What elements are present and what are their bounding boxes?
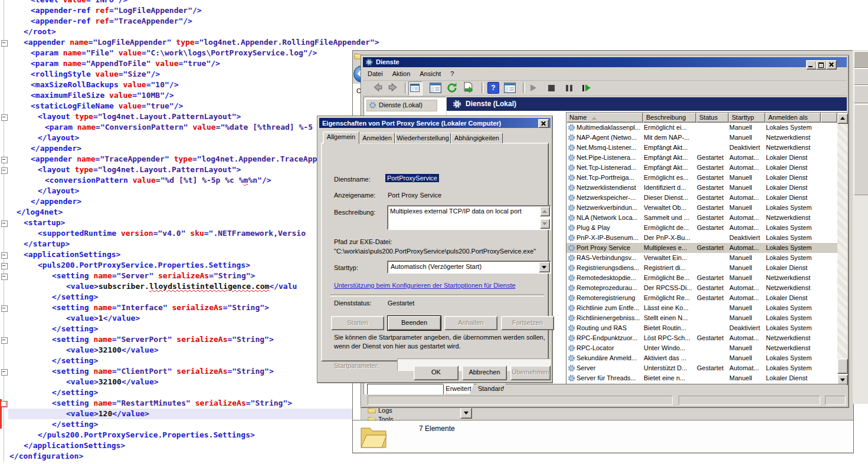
refresh-icon[interactable] <box>446 82 458 94</box>
column-header-beschreibung[interactable]: Beschreibung <box>643 113 696 123</box>
restart-service-icon[interactable] <box>582 85 584 91</box>
abbrechen-button[interactable]: Abbrechen <box>462 366 507 380</box>
column-header-name[interactable]: Name <box>566 113 643 123</box>
fold-marker-icon[interactable] <box>1 263 8 269</box>
service-row[interactable]: Net.Pipe-Listenera...Empfängt Akt...Gest… <box>566 153 837 163</box>
starten-button[interactable]: Starten <box>331 316 384 330</box>
fortsetzen-button[interactable]: Fortsetzen <box>501 316 554 330</box>
properties-icon[interactable] <box>430 82 441 94</box>
service-row[interactable]: RPC-LocatorUnter Windo...ManuellNetzwerk… <box>566 343 837 353</box>
fold-marker-icon[interactable] <box>1 221 8 227</box>
service-row[interactable]: RAS-Verbindungsv...Verwaltet Ein...Manue… <box>566 253 837 263</box>
service-row[interactable]: Netzwerkspeicher-...Dieser Dienst...Gest… <box>566 193 837 203</box>
column-header-status[interactable]: Status <box>696 113 729 123</box>
starttyp-combobox[interactable]: Automatisch (Verzögerter Start) <box>387 261 551 274</box>
ok-button[interactable]: OK <box>414 366 458 380</box>
dienstname-value[interactable]: PortProxyService <box>385 174 439 182</box>
scroll-up-button[interactable] <box>540 206 550 216</box>
service-logon-as: Lokales System <box>766 204 825 211</box>
service-row[interactable]: PnP-X-IP-Busenum...Der PnP-X-Bu...Deakti… <box>566 233 837 243</box>
start-service-icon[interactable] <box>530 84 536 91</box>
menu-item-aktion[interactable]: Aktion <box>388 68 415 77</box>
explorer-combo-dropdown[interactable] <box>460 407 472 419</box>
service-row[interactable]: Plug & PlayErmöglicht de...GestartetAuto… <box>566 223 837 233</box>
service-status: Gestartet <box>697 204 728 211</box>
service-description: Aktiviert das ... <box>644 354 695 361</box>
service-row[interactable]: NetzwerklistendienstIdentifiziert d...Ge… <box>566 183 837 193</box>
fold-marker-icon[interactable] <box>1 167 8 174</box>
close-icon[interactable] <box>538 119 549 128</box>
forward-icon[interactable] <box>388 82 398 93</box>
service-row[interactable]: Richtlinienergebniss...Stellt einen N...… <box>566 313 837 323</box>
fold-marker-icon[interactable] <box>1 40 8 47</box>
dialog-titlebar[interactable]: Eigenschaften von Port Proxy Service (Lo… <box>319 118 551 128</box>
view-tab-standard[interactable]: Standard <box>476 384 506 394</box>
fold-marker-icon[interactable] <box>1 369 8 376</box>
service-logon-as: Netzwerkdienst <box>766 334 825 341</box>
startoptionen-help-link[interactable]: Unterstützung beim Konfigurieren der Sta… <box>334 282 516 289</box>
service-logon-as: Lokales System <box>766 254 825 261</box>
export-list-icon[interactable] <box>463 82 474 94</box>
service-row[interactable]: ServerUnterstützt D...GestartetAutomat..… <box>566 363 837 373</box>
pause-service-icon[interactable] <box>566 85 572 91</box>
edge-segment <box>854 104 868 195</box>
beenden-button[interactable]: Beenden <box>388 316 441 330</box>
tab-anmelden[interactable]: Anmelden <box>359 133 395 143</box>
fold-marker-icon[interactable] <box>1 305 8 312</box>
scrollbar-thumb[interactable] <box>837 358 848 374</box>
menu-item-?[interactable]: ? <box>446 68 458 77</box>
service-row[interactable]: RPC-Endpunktzuor...Löst RPC-Sch...Gestar… <box>566 333 837 343</box>
service-row[interactable]: Multimediaklassenpl...Ermöglicht ei...Ma… <box>566 123 837 133</box>
show-hide-tree-icon[interactable] <box>504 82 516 94</box>
services-list[interactable]: NameBeschreibungStatusStarttypAnmelden a… <box>566 112 847 384</box>
code-line: </layout> <box>8 133 352 143</box>
menu-item-ansicht[interactable]: Ansicht <box>415 68 446 77</box>
service-description: Stellt einen N... <box>644 314 695 321</box>
beschreibung-textbox[interactable]: Multiplexes external TCP/IP data on loca… <box>387 205 551 230</box>
service-row[interactable]: Net.Tcp-Portfreiga...Ermöglicht es...Ges… <box>566 173 837 183</box>
code-line: <layout type="log4net.Layout.PatternLayo… <box>8 164 352 175</box>
fold-marker-icon[interactable] <box>1 274 8 280</box>
service-row[interactable]: Richtlinie zum Entfe...Lässt eine Ko...M… <box>566 303 837 313</box>
service-row[interactable]: Server für Threads...Bietet eine n...Man… <box>566 373 837 383</box>
tab-abhängigkeiten[interactable]: Abhängigkeiten <box>451 133 503 143</box>
service-row[interactable]: Routing und RASBietet Routin...Deaktivie… <box>566 323 837 333</box>
service-description: Lässt eine Ko... <box>644 304 695 311</box>
service-row[interactable]: Registrierungsdiens...Registriert di...M… <box>566 263 837 273</box>
combo-dropdown-button[interactable] <box>539 262 550 272</box>
column-header-anmeldenals[interactable]: Anmelden als <box>765 113 821 123</box>
editor-fold-gutter[interactable] <box>0 0 8 464</box>
service-row[interactable]: Sekundäre Anmeld...Aktiviert das ...Manu… <box>566 353 837 363</box>
service-logon-as: Lokaler Dienst <box>766 164 825 171</box>
column-header-starttyp[interactable]: Starttyp <box>729 113 765 123</box>
fold-marker-icon[interactable] <box>1 337 8 344</box>
vertical-scrollbar[interactable] <box>837 113 847 384</box>
service-row[interactable]: RemoteregistrierungErmöglicht Re...Gesta… <box>566 293 837 303</box>
back-icon[interactable] <box>372 82 383 93</box>
fold-marker-icon[interactable] <box>1 114 8 121</box>
service-row[interactable]: Remotedesktopdie...Ermöglicht Be...Gesta… <box>566 273 837 283</box>
fold-marker-icon[interactable] <box>1 157 8 163</box>
service-row[interactable]: Net.Msmq-Listener...Empfängt Akt...Deakt… <box>566 143 837 153</box>
service-row[interactable]: Port Proxy ServiceMultiplexes e...Gestar… <box>566 243 837 253</box>
stop-service-icon[interactable] <box>548 85 555 91</box>
tab-allgemein[interactable]: Allgemein <box>323 131 359 144</box>
scroll-up-button[interactable] <box>837 113 848 124</box>
show-console-tree-icon[interactable] <box>408 81 422 96</box>
service-row[interactable]: NLA (Network Loca...Sammelt und ...Gesta… <box>566 213 837 223</box>
uebernehmen-button[interactable]: Übernehmen <box>510 366 551 380</box>
anhalten-button[interactable]: Anhalten <box>444 316 497 330</box>
menu-item-datei[interactable]: Datei <box>363 68 388 77</box>
scroll-down-button[interactable] <box>540 219 550 229</box>
fold-marker-icon[interactable] <box>1 252 8 259</box>
separator <box>330 294 544 297</box>
service-row[interactable]: NAP-Agent (Netwo...Mit dem NAP-...Manuel… <box>566 133 837 143</box>
service-row[interactable]: Net.Tcp-Listenerad...Empfängt Akt...Gest… <box>566 163 837 173</box>
tab-wiederherstellung[interactable]: Wiederherstellung <box>395 133 451 143</box>
service-row[interactable]: Remoteprozedurau...Der RPCSS-Di...Gestar… <box>566 283 837 293</box>
view-tab-erweitert[interactable]: Erweitert <box>443 384 474 394</box>
service-row[interactable]: Netzwerkverbindun...Verwaltet Ob...Gesta… <box>566 203 837 213</box>
services-window-titlebar[interactable]: Dienste <box>363 57 847 67</box>
tree-item-dienste-lokal[interactable]: Dienste (Lokal) <box>366 100 437 111</box>
help-icon[interactable]: ? <box>487 82 499 94</box>
